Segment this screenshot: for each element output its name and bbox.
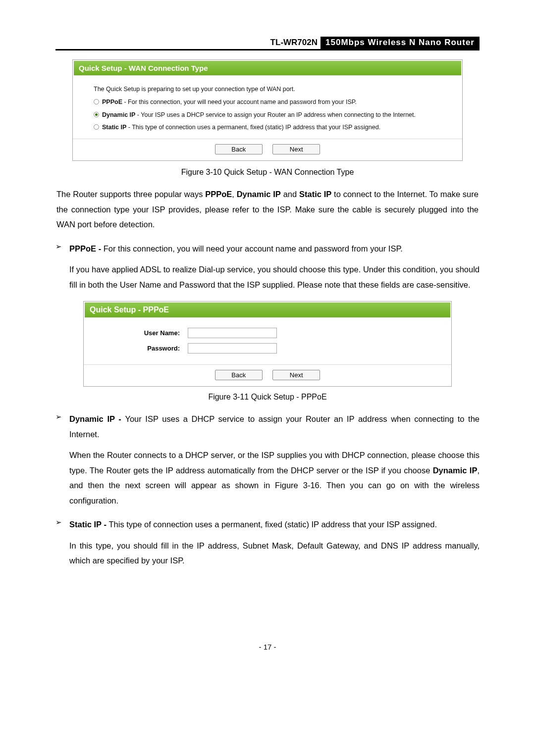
username-label: User Name: [94, 329, 188, 337]
paragraph-intro: The Router supports three popular ways P… [56, 187, 479, 232]
option-label: Dynamic IP - Your ISP uses a DHCP servic… [102, 109, 416, 121]
button-row: Back Next [73, 139, 462, 160]
option-dynamic-ip[interactable]: Dynamic IP - Your ISP uses a DHCP servic… [94, 109, 448, 121]
option-label: Static IP - This type of connection uses… [102, 122, 380, 134]
option-pppoe[interactable]: PPPoE - For this connection, your will n… [94, 97, 448, 108]
bullet-arrow-icon: ➢ [55, 411, 69, 442]
list-item-content: Dynamic IP - Your ISP uses a DHCP servic… [69, 411, 480, 442]
panel-body: User Name: Password: [84, 319, 451, 365]
back-button[interactable]: Back [215, 370, 263, 380]
page-number: - 17 - [55, 643, 480, 651]
model-number: TL-WR702N [268, 37, 321, 49]
next-button[interactable]: Next [272, 370, 320, 380]
radio-icon[interactable] [94, 124, 99, 130]
figure-caption: Figure 3-10 Quick Setup - WAN Connection… [55, 168, 480, 177]
document-title: 150Mbps Wireless N Nano Router [321, 37, 480, 49]
panel-title: Quick Setup - WAN Connection Type [74, 61, 461, 76]
list-item-content: PPPoE - For this connection, you will ne… [69, 241, 480, 256]
list-item-content: Static IP - This type of connection uses… [69, 517, 480, 532]
list-item-static-ip: ➢ Static IP - This type of connection us… [55, 517, 480, 532]
panel-body: The Quick Setup is preparing to set up y… [73, 77, 462, 139]
dynamic-sub-paragraph: When the Router connects to a DHCP serve… [69, 448, 480, 508]
password-input[interactable] [188, 343, 277, 353]
panel-title: Quick Setup - PPPoE [85, 302, 450, 318]
button-row: Back Next [84, 365, 451, 386]
static-sub-paragraph: In this type, you should fill in the IP … [69, 538, 480, 568]
screenshot-pppoe: Quick Setup - PPPoE User Name: Password:… [83, 301, 452, 387]
password-label: Password: [94, 345, 188, 352]
list-item-dynamic-ip: ➢ Dynamic IP - Your ISP uses a DHCP serv… [55, 411, 480, 442]
radio-icon[interactable] [94, 112, 99, 117]
bullet-arrow-icon: ➢ [55, 517, 69, 532]
pppoe-sub-paragraph: If you have applied ADSL to realize Dial… [69, 262, 480, 292]
back-button[interactable]: Back [215, 144, 263, 154]
radio-icon[interactable] [94, 99, 99, 104]
password-row: Password: [94, 343, 441, 353]
option-static-ip[interactable]: Static IP - This type of connection uses… [94, 122, 448, 134]
intro-text: The Quick Setup is preparing to set up y… [94, 84, 448, 96]
figure-caption: Figure 3-11 Quick Setup - PPPoE [55, 393, 480, 402]
username-row: User Name: [94, 328, 441, 338]
list-item-pppoe: ➢ PPPoE - For this connection, you will … [55, 241, 480, 256]
option-label: PPPoE - For this connection, your will n… [102, 97, 357, 108]
username-input[interactable] [188, 328, 277, 338]
document-header: TL-WR702N150Mbps Wireless N Nano Router [55, 37, 480, 50]
bullet-arrow-icon: ➢ [55, 241, 69, 256]
next-button[interactable]: Next [272, 144, 320, 154]
screenshot-wan-connection: Quick Setup - WAN Connection Type The Qu… [72, 59, 463, 161]
